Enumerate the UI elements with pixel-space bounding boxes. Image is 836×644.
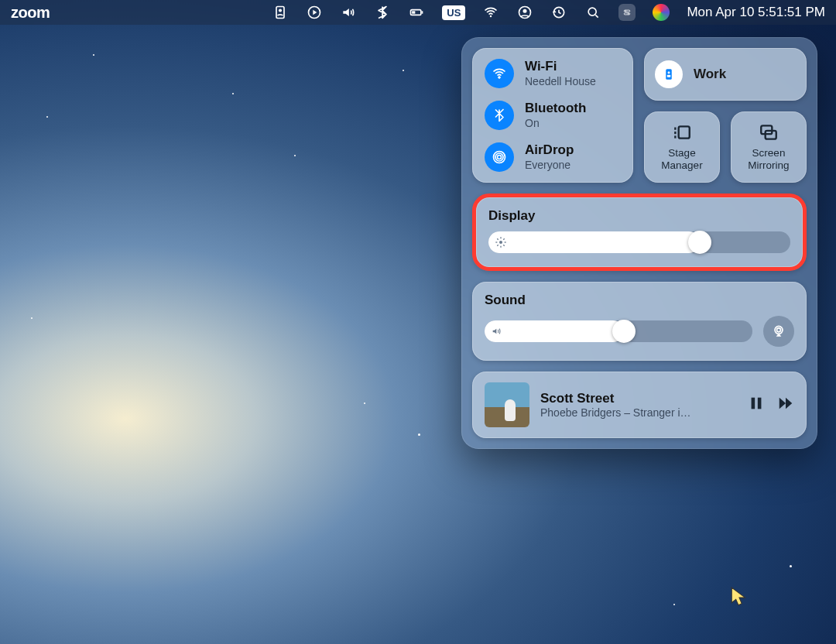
- svg-point-6: [490, 15, 492, 18]
- svg-point-14: [628, 13, 629, 15]
- svg-line-35: [503, 238, 504, 239]
- siri-icon[interactable]: [653, 4, 670, 21]
- now-playing-icon[interactable]: [306, 4, 323, 21]
- airdrop-title: AirDrop: [525, 142, 574, 158]
- display-card: Display: [472, 194, 807, 271]
- svg-point-15: [499, 77, 501, 79]
- spotlight-icon[interactable]: [584, 4, 601, 21]
- bluetooth-icon[interactable]: [374, 4, 391, 21]
- battery-icon[interactable]: [408, 4, 425, 21]
- wifi-toggle[interactable]: Wi-Fi Needell House: [485, 59, 621, 88]
- focus-toggle[interactable]: Work: [644, 48, 807, 101]
- album-art: [485, 382, 529, 427]
- sound-header: Sound: [485, 293, 794, 308]
- stage-manager-icon: [672, 122, 692, 142]
- volume-icon[interactable]: [340, 4, 357, 21]
- app-name[interactable]: zoom: [11, 4, 50, 22]
- user-icon[interactable]: [516, 4, 533, 21]
- next-track-button[interactable]: [777, 395, 794, 415]
- time-machine-icon[interactable]: [550, 4, 567, 21]
- svg-rect-13: [625, 13, 631, 15]
- airdrop-status: Everyone: [525, 159, 574, 172]
- menubar: zoom US Mon: [0, 0, 836, 25]
- screen-mirroring-icon: [759, 122, 779, 142]
- svg-point-12: [625, 10, 627, 12]
- svg-rect-21: [667, 75, 671, 77]
- svg-point-16: [498, 156, 502, 159]
- svg-line-36: [497, 245, 498, 245]
- control-center-panel: Wi-Fi Needell House Bluetooth On AirDr: [461, 37, 817, 449]
- svg-rect-11: [625, 10, 631, 12]
- svg-rect-0: [276, 7, 284, 19]
- svg-rect-4: [412, 11, 415, 13]
- svg-rect-22: [679, 127, 690, 139]
- stage-manager-label: Stage Manager: [647, 147, 717, 171]
- svg-point-10: [589, 8, 597, 15]
- input-source-indicator[interactable]: US: [442, 5, 465, 20]
- brightness-slider[interactable]: [488, 231, 790, 253]
- wifi-title: Wi-Fi: [525, 59, 596, 74]
- screen-mirroring-toggle[interactable]: Screen Mirroring: [731, 111, 807, 183]
- svg-point-38: [775, 326, 783, 334]
- now-playing-title: Scott Street: [540, 391, 737, 406]
- bluetooth-title: Bluetooth: [525, 101, 586, 116]
- clock[interactable]: Mon Apr 10 5:51:51 PM: [687, 5, 825, 20]
- wifi-icon: [485, 59, 514, 88]
- svg-point-1: [279, 9, 282, 12]
- bluetooth-toggle[interactable]: Bluetooth On: [485, 101, 621, 130]
- bluetooth-status: On: [525, 117, 586, 130]
- focus-work-icon: [655, 60, 683, 88]
- svg-rect-40: [758, 398, 762, 409]
- volume-slider[interactable]: [485, 320, 752, 342]
- svg-point-28: [499, 241, 502, 244]
- svg-rect-19: [666, 69, 672, 80]
- svg-point-20: [668, 71, 670, 74]
- svg-point-17: [495, 153, 503, 161]
- pause-button[interactable]: [748, 395, 765, 415]
- now-playing-card[interactable]: Scott Street Phoebe Bridgers – Stranger …: [472, 372, 807, 438]
- wifi-network-name: Needell House: [525, 75, 596, 88]
- svg-line-34: [503, 245, 504, 245]
- screen-mirroring-label: Screen Mirroring: [734, 147, 803, 171]
- contact-card-icon[interactable]: [272, 4, 289, 21]
- connectivity-card: Wi-Fi Needell House Bluetooth On AirDr: [472, 48, 633, 183]
- wifi-icon[interactable]: [482, 4, 499, 21]
- brightness-icon: [495, 236, 507, 248]
- airdrop-toggle[interactable]: AirDrop Everyone: [485, 142, 621, 172]
- svg-rect-5: [422, 11, 423, 13]
- svg-point-37: [777, 328, 781, 332]
- now-playing-artist: Phoebe Bridgers – Stranger i…: [540, 406, 737, 419]
- airdrop-icon: [485, 142, 514, 172]
- display-header: Display: [488, 208, 790, 224]
- stage-manager-toggle[interactable]: Stage Manager: [644, 111, 720, 183]
- svg-rect-39: [752, 398, 755, 409]
- focus-label: Work: [694, 67, 726, 82]
- airplay-icon: [771, 324, 786, 339]
- sound-card: Sound: [472, 282, 807, 361]
- bluetooth-icon: [485, 101, 514, 130]
- airplay-audio-button[interactable]: [763, 316, 794, 347]
- svg-point-8: [523, 9, 527, 13]
- svg-line-33: [497, 238, 498, 239]
- volume-icon: [491, 325, 503, 337]
- control-center-icon[interactable]: [618, 4, 636, 21]
